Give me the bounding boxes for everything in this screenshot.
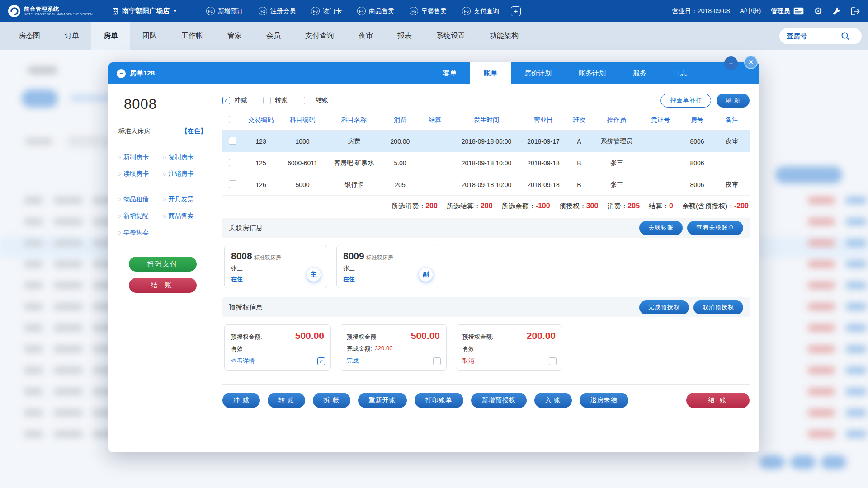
add-shortcut-button[interactable]: + [511, 6, 521, 16]
shortcut-payment-query[interactable]: F6支付查询 [462, 7, 499, 15]
row-checkbox[interactable] [229, 159, 236, 166]
store-selector[interactable]: 南宁朝阳广场店 ▼ [112, 7, 177, 15]
shortcut-breakfast-sale[interactable]: F5早餐售卖 [410, 7, 447, 15]
nav-item-orders[interactable]: 订单 [52, 22, 91, 50]
offset-checkbox[interactable]: ✓ [222, 97, 230, 104]
preauth-cards: 预授权金额:500.00 有效 查看详情 ✓ 预授权金额:500.00 完成金额… [222, 317, 750, 378]
tab-log[interactable]: 日志 [660, 62, 701, 84]
action-read-card[interactable]: 读取房卡 [118, 170, 163, 178]
table-cell: 2018-09-18 [521, 181, 566, 188]
checkout-button[interactable]: 结 账 [129, 278, 197, 293]
row-checkbox[interactable] [229, 180, 236, 188]
nav-item-members[interactable]: 会员 [254, 22, 293, 50]
linked-room-card[interactable]: 8008-标准双床房 张三 在住 主 [224, 245, 327, 288]
action-goods-sale[interactable]: 商品售卖 [163, 212, 208, 220]
scan-pay-button[interactable]: 扫码支付 [129, 257, 197, 272]
col-header: 消费 [382, 116, 418, 124]
action-new-reminder[interactable]: 新增提醒 [118, 212, 163, 220]
tab-billing-plan[interactable]: 账务计划 [565, 62, 619, 84]
select-all-checkbox[interactable] [229, 116, 236, 123]
filter-settle[interactable]: 结账 [304, 96, 328, 104]
room-type-row: 标准大床房 【在住】 [118, 127, 208, 136]
cancel-preauth-button[interactable]: 取消预授权 [693, 300, 743, 314]
view-detail-link[interactable]: 查看详情 [231, 357, 324, 365]
table-cell: B [566, 181, 592, 188]
settings-gear-icon[interactable]: ⚙ [814, 6, 822, 16]
search-icon[interactable] [841, 32, 850, 41]
linked-transfer-button[interactable]: 关联转账 [639, 221, 683, 235]
settle-button[interactable]: 结 账 [686, 393, 750, 408]
row-checkbox[interactable] [229, 137, 236, 145]
table-row[interactable]: 126 5000 银行卡 205 2018-09-18 10:00 2018-0… [222, 174, 750, 196]
room-search-input[interactable] [787, 32, 841, 40]
tab-guest-bill[interactable]: 客单 [429, 62, 470, 84]
tab-account[interactable]: 账单 [470, 62, 511, 84]
transfer-checkbox[interactable] [263, 97, 271, 104]
nav-item-night-audit[interactable]: 夜审 [346, 22, 385, 50]
transfer-button[interactable]: 转 账 [268, 393, 305, 408]
preauth-checkbox[interactable] [549, 357, 557, 365]
print-bill-button[interactable]: 打印账单 [415, 393, 463, 408]
nav-item-function-structure[interactable]: 功能架构 [477, 22, 531, 50]
nav-item-housekeeping[interactable]: 管家 [215, 22, 254, 50]
linked-room-card[interactable]: 8009-标准双床房 张三 在住 副 [336, 245, 439, 288]
room-search-box[interactable] [779, 28, 862, 44]
preauth-checkbox[interactable] [433, 357, 441, 365]
action-breakfast-sale[interactable]: 早餐售卖 [118, 229, 163, 237]
user-menu[interactable]: 管理员 [771, 7, 804, 15]
shortcut-goods-sale[interactable]: F4商品售卖 [357, 7, 394, 15]
view-linked-bills-button[interactable]: 查看关联账单 [687, 221, 743, 235]
nav-item-work-account[interactable]: 工作帐 [169, 22, 215, 50]
preauth-card[interactable]: 预授权金额:500.00 完成金额:320.00 完成 [340, 324, 447, 371]
action-item-rental[interactable]: 物品租借 [118, 195, 163, 203]
done-amount-label: 完成金额: [347, 345, 372, 353]
minimize-icon[interactable]: − [724, 56, 738, 70]
shortcut-new-booking[interactable]: F1新增预订 [206, 7, 243, 15]
nav-item-payment-query[interactable]: 支付查询 [293, 22, 346, 50]
complete-link[interactable]: 完成 [347, 357, 440, 365]
settle-checkbox[interactable] [304, 97, 311, 104]
deposit-reprint-button[interactable]: 押金单补打 [660, 94, 711, 108]
room-sidebar: 8008 标准大床房 【在住】 新制房卡 复制房卡 读取房卡 注销房卡 物品租借… [108, 84, 216, 452]
checkout-unsettled-button[interactable]: 退房未结 [580, 393, 628, 408]
action-label: 注销房卡 [169, 170, 194, 178]
table-row[interactable]: 123 1000 房费 200.00 2018-09-18 06:00 2018… [222, 131, 750, 152]
nav-item-room-bill[interactable]: 房单 [91, 22, 130, 50]
action-label: 新增提醒 [123, 212, 149, 220]
tab-services[interactable]: 服务 [619, 62, 660, 84]
action-cancel-card[interactable]: 注销房卡 [163, 170, 208, 178]
preauth-checkbox[interactable]: ✓ [317, 357, 325, 365]
action-new-card[interactable]: 新制房卡 [118, 153, 163, 161]
action-copy-card[interactable]: 复制房卡 [163, 153, 208, 161]
nav-item-reports[interactable]: 报表 [385, 22, 424, 50]
table-cell: 房费 [326, 137, 382, 145]
offset-button[interactable]: 冲 减 [222, 393, 260, 408]
refresh-button[interactable]: 刷 新 [717, 94, 750, 108]
shortcut-read-card[interactable]: F3读门卡 [311, 7, 342, 15]
new-preauth-button[interactable]: 新增预授权 [471, 393, 527, 408]
tab-rate-plan[interactable]: 房价计划 [511, 62, 565, 84]
nav-item-system-settings[interactable]: 系统设置 [424, 22, 477, 50]
filter-transfer[interactable]: 转账 [263, 96, 288, 104]
cancel-link[interactable]: 取消 [462, 357, 556, 365]
tools-wrench-icon[interactable] [832, 7, 841, 15]
reopen-account-button[interactable]: 重新开账 [358, 393, 407, 408]
table-row[interactable]: 125 6000-6011 客房吧-矿泉水 5.00 2018-09-18 10… [222, 152, 750, 174]
action-issue-invoice[interactable]: 开具发票 [163, 195, 208, 203]
nav-item-room-status[interactable]: 房态图 [6, 22, 52, 50]
preauth-card[interactable]: 预授权金额:200.00 有效 取消 [456, 324, 562, 371]
close-icon[interactable]: ✕ [744, 56, 758, 69]
app-logo: 前台管理系统 HOTEL FRONT DESK MANAGEMENT SYSTE… [8, 5, 93, 17]
action-label: 开具发票 [169, 195, 194, 203]
preauth-card[interactable]: 预授权金额:500.00 有效 查看详情 ✓ [224, 324, 331, 371]
summary-label: 预授权： [559, 202, 586, 211]
logout-icon[interactable] [851, 7, 860, 15]
post-payment-button[interactable]: 入 账 [534, 393, 572, 408]
complete-preauth-button[interactable]: 完成预授权 [639, 300, 689, 314]
filter-offset[interactable]: ✓冲减 [222, 96, 247, 104]
split-bill-button[interactable]: 拆 帐 [313, 393, 350, 408]
nav-item-group[interactable]: 团队 [130, 22, 169, 50]
shortcut-register-member[interactable]: F2注册会员 [259, 7, 296, 15]
shortcut-label: 早餐售卖 [421, 7, 447, 15]
table-cell: 123 [242, 138, 279, 145]
